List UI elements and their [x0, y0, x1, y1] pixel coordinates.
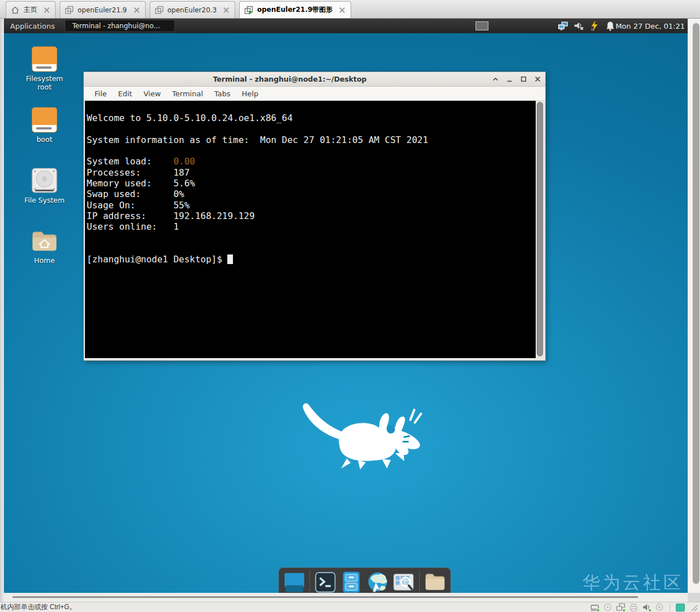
status-separator	[670, 604, 670, 611]
terminal-line: IP address: 192.168.219.129	[87, 211, 536, 221]
tab-close-icon[interactable]	[339, 7, 345, 14]
resize-grip-icon[interactable]	[689, 603, 698, 611]
desktop-icon-filesystem-root[interactable]: Filesystem root	[15, 46, 74, 91]
device-status-icons	[590, 603, 700, 611]
vm-icon	[65, 6, 74, 15]
terminal-cursor	[227, 254, 233, 264]
applications-menu-button[interactable]: Applications	[4, 19, 61, 33]
tab-close-icon[interactable]	[223, 7, 230, 14]
terminal-scrollbar[interactable]	[536, 101, 544, 358]
desktop-icon-label: File System	[24, 196, 65, 204]
xfce-mouse-logo	[300, 400, 428, 471]
desktop-icon-label: boot	[37, 135, 52, 144]
dock-app-finder-icon[interactable]	[393, 571, 414, 593]
console-tab[interactable]: openEuler20.3	[150, 1, 236, 18]
terminal-line	[87, 145, 536, 156]
notifications-icon[interactable]	[605, 21, 616, 31]
harddisk-status-icon[interactable]	[590, 603, 599, 611]
vm-screen-icon[interactable]	[676, 604, 685, 611]
dock-web-browser-icon[interactable]	[367, 571, 388, 593]
xfce-panel: Applications Terminal - zhanghui@no... M…	[4, 19, 688, 33]
printer-status-icon[interactable]	[629, 603, 638, 611]
shade-icon[interactable]	[492, 75, 499, 83]
window-left-border	[0, 19, 4, 602]
dock-terminal-icon[interactable]	[315, 571, 336, 593]
workspace-switcher[interactable]	[475, 21, 488, 30]
window-controls	[492, 75, 541, 83]
close-icon[interactable]	[534, 75, 541, 83]
dock-folder-icon[interactable]	[424, 571, 446, 593]
system-tray	[558, 19, 616, 33]
tab-close-icon[interactable]	[133, 7, 140, 14]
menu-help[interactable]: Help	[237, 88, 264, 100]
scrollbar-thumb[interactable]	[537, 102, 543, 356]
console-tab[interactable]: openEuler21.9带图形	[239, 1, 351, 18]
terminal-screen[interactable]: Welcome to 5.10.0-5.10.0.24.oe1.x86_64 S…	[85, 101, 536, 358]
tab-label: openEuler21.9	[78, 6, 127, 14]
panel-clock[interactable]: Mon 27 Dec, 01:21	[616, 19, 685, 33]
device-connected-dot	[622, 609, 626, 612]
status-message: 机内部单击或按 Ctrl+G。	[0, 602, 76, 612]
home-icon	[11, 6, 20, 15]
display-status-icon[interactable]	[558, 21, 568, 31]
terminal-body: Welcome to 5.10.0-5.10.0.24.oe1.x86_64 S…	[84, 101, 545, 360]
cdrom-status-icon[interactable]	[603, 603, 612, 611]
sound-status-icon[interactable]	[642, 603, 651, 611]
orange-drive-icon	[31, 107, 58, 133]
console-status-bar: 机内部单击或按 Ctrl+G。	[0, 602, 700, 612]
menu-edit[interactable]: Edit	[113, 88, 137, 100]
device-connected-dot	[596, 609, 600, 612]
terminal-line: System information as of time: Mon Dec 2…	[87, 135, 536, 145]
terminal-line	[87, 102, 536, 113]
maximize-icon[interactable]	[520, 75, 527, 83]
menu-view[interactable]: View	[138, 88, 166, 100]
menu-tabs[interactable]: Tabs	[209, 88, 236, 100]
terminal-line: Processes: 187	[87, 167, 536, 178]
console-tab[interactable]: openEuler21.9	[60, 1, 146, 18]
dock	[279, 568, 451, 593]
vm-icon	[155, 6, 164, 15]
horizontal-scrollbar-thumb[interactable]	[12, 596, 638, 598]
terminal-window: Terminal - zhanghui@node1:~/Desktop File…	[83, 72, 546, 361]
tab-label: openEuler21.9带图形	[257, 5, 333, 15]
usb-status-icon[interactable]	[655, 603, 664, 611]
terminal-line: Usage On: 55%	[87, 200, 536, 211]
tab-close-icon[interactable]	[43, 7, 50, 14]
desktop-icon-file-system[interactable]: File System	[15, 168, 74, 204]
desktop-icon-boot[interactable]: boot	[15, 107, 74, 144]
network-status-icon[interactable]	[616, 603, 625, 611]
taskbar-window-button[interactable]: Terminal - zhanghui@no...	[65, 20, 175, 32]
terminal-line: Welcome to 5.10.0-5.10.0.24.oe1.x86_64	[87, 113, 536, 123]
dock-file-manager-icon[interactable]	[341, 571, 362, 593]
console-tab-bar: 主页openEuler21.9openEuler20.3openEuler21.…	[0, 0, 700, 19]
menu-file[interactable]: File	[89, 88, 112, 100]
horizontal-scrollbar[interactable]	[4, 593, 688, 602]
tab-label: openEuler20.3	[168, 6, 217, 14]
dock-show-desktop-icon[interactable]	[284, 571, 305, 593]
terminal-line	[87, 124, 536, 135]
terminal-line: Memory used: 5.6%	[87, 178, 536, 189]
power-icon[interactable]	[589, 21, 600, 31]
terminal-line: [zhanghui@node1 Desktop]$	[87, 254, 536, 265]
desktop[interactable]: Filesystem rootbootFile SystemHome	[4, 33, 688, 593]
harddisk-icon	[31, 168, 58, 194]
terminal-menubar: FileEditViewTerminalTabsHelp	[84, 87, 545, 101]
terminal-line: Swap used: 0%	[87, 189, 536, 199]
vertical-scrollbar-thumb[interactable]	[693, 23, 699, 584]
taskbar-window-label: Terminal - zhanghui@no...	[72, 22, 160, 30]
desktop-icon-home[interactable]: Home	[15, 228, 74, 265]
applications-label: Applications	[10, 22, 55, 30]
terminal-line	[87, 233, 536, 243]
device-connected-dot	[648, 609, 652, 612]
menu-terminal[interactable]: Terminal	[167, 88, 208, 100]
volume-muted-icon[interactable]	[573, 21, 584, 31]
vertical-scrollbar[interactable]	[688, 19, 700, 593]
orange-drive-icon	[31, 46, 58, 72]
console-tab[interactable]: 主页	[6, 1, 56, 18]
terminal-titlebar[interactable]: Terminal - zhanghui@node1:~/Desktop	[84, 72, 545, 87]
terminal-line: System load: 0.00	[87, 156, 536, 167]
vm-play-icon	[244, 6, 253, 15]
vm-viewport: Applications Terminal - zhanghui@no... M…	[4, 19, 688, 593]
terminal-line	[87, 243, 536, 254]
minimize-icon[interactable]	[506, 75, 513, 83]
